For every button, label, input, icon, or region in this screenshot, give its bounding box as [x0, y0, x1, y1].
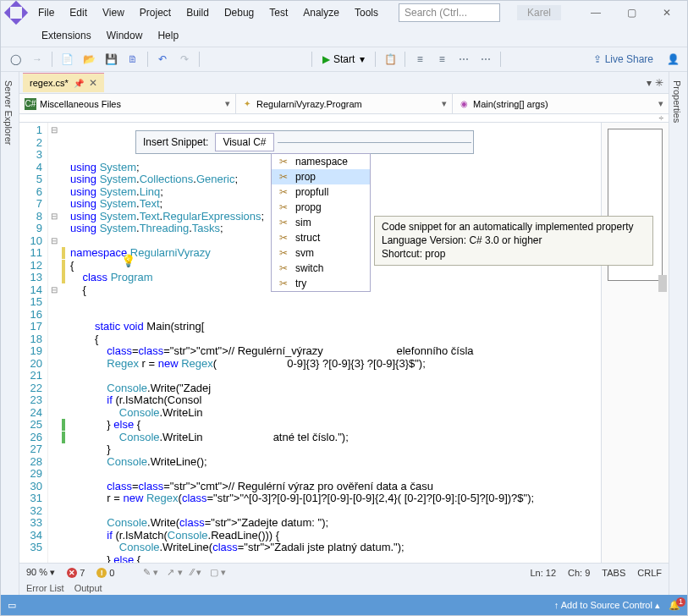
zoom-level[interactable]: 90 % ▾	[26, 567, 55, 578]
error-list-tab[interactable]: Error List	[26, 583, 64, 593]
nav-fwd-icon[interactable]: →	[28, 50, 47, 69]
chevron-down-icon: ▾	[225, 98, 230, 109]
snippet-item-struct[interactable]: ✂struct	[272, 230, 370, 245]
snippet-item-propfull[interactable]: ✂propfull	[272, 184, 370, 200]
start-button[interactable]: ▶Start▾	[317, 53, 370, 65]
line-indicator[interactable]: Ln: 12	[530, 568, 556, 578]
split-handle[interactable]: ÷	[19, 114, 669, 123]
tabs-settings-icon[interactable]: ✳	[655, 77, 663, 89]
redo-icon[interactable]: ↷	[175, 50, 194, 69]
vs-logo-icon	[4, 1, 28, 25]
main-toolbar: ◯ → 📄 📂 💾 🗎 ↶ ↷ ▶Start▾ 📋 ≡ ≡ ⋯ ⋯ ⇪Live …	[1, 47, 687, 72]
tb-box-icon[interactable]: ▢ ▾	[210, 567, 226, 578]
menu-extensions[interactable]: Extensions	[35, 26, 98, 45]
menu-file[interactable]: File	[31, 3, 61, 22]
menu-edit[interactable]: Edit	[63, 3, 94, 22]
tb-slash-icon[interactable]: ⁄⁄ ▾	[191, 567, 202, 578]
snippet-icon: ✂	[277, 278, 290, 289]
tb-comment2-icon[interactable]: ⋯	[476, 50, 495, 69]
menu-test[interactable]: Test	[262, 3, 294, 22]
change-margin	[60, 123, 67, 563]
chevron-down-icon: ▾	[658, 98, 663, 109]
user-badge[interactable]: Karel	[517, 5, 561, 20]
line-number-gutter: 1234567891011121314151617181920212223242…	[19, 123, 48, 563]
tb-comment-icon[interactable]: ⋯	[454, 50, 473, 69]
tab-label: regex.cs*	[30, 78, 69, 88]
server-explorer-tab[interactable]: Server Explorer	[1, 72, 16, 595]
menu-project[interactable]: Project	[133, 3, 178, 22]
warning-count[interactable]: !0	[96, 568, 114, 578]
search-input[interactable]: Search (Ctrl...	[399, 3, 500, 22]
nav-project-combo[interactable]: C#Miscellaneous Files▾	[19, 94, 236, 113]
live-share-button[interactable]: ⇪Live Share	[586, 53, 660, 65]
properties-tab[interactable]: Properties	[669, 72, 685, 595]
save-icon[interactable]: 💾	[102, 50, 120, 69]
pin-icon[interactable]: 📌	[74, 79, 84, 88]
snippet-crumb-csharp[interactable]: Visual C#	[215, 133, 273, 151]
titlebar: File Edit View Project Build Debug Test …	[1, 1, 687, 25]
save-all-icon[interactable]: 🗎	[124, 50, 142, 69]
menu-debug[interactable]: Debug	[217, 3, 261, 22]
snippet-item-svm[interactable]: ✂svm	[272, 245, 370, 261]
nav-method-combo[interactable]: ◉Main(string[] args)▾	[453, 94, 669, 113]
share-icon: ⇪	[593, 53, 602, 65]
class-icon: ✦	[241, 98, 253, 110]
menu-view[interactable]: View	[96, 3, 131, 22]
menu-analyze[interactable]: Analyze	[296, 3, 346, 22]
snippet-tooltip: Code snippet for an automatically implem…	[374, 216, 653, 266]
snippet-icon: ✂	[277, 217, 290, 228]
scroll-overview[interactable]	[601, 123, 669, 563]
tab-close-icon[interactable]: ✕	[89, 77, 97, 89]
class-view-tab[interactable]: Class View	[685, 72, 687, 595]
error-count[interactable]: ✕7	[67, 568, 85, 578]
open-icon[interactable]: 📂	[80, 50, 98, 69]
menu-help[interactable]: Help	[151, 26, 185, 45]
csharp-icon: C#	[25, 98, 36, 110]
lightbulb-icon[interactable]: 💡	[121, 255, 135, 267]
notifications-icon[interactable]: 🔔	[669, 600, 680, 611]
snippet-item-propg[interactable]: ✂propg	[272, 200, 370, 215]
menu-window[interactable]: Window	[100, 26, 150, 45]
close-button[interactable]: ✕	[650, 3, 684, 22]
editor-tabs: regex.cs* 📌 ✕ ▾ ✳	[19, 72, 669, 94]
undo-icon[interactable]: ↶	[153, 50, 172, 69]
tb-indent-icon[interactable]: ≡	[410, 50, 429, 69]
line-ending[interactable]: CRLF	[637, 568, 662, 578]
snippet-item-namespace[interactable]: ✂namespace	[272, 154, 370, 169]
snippet-icon: ✂	[277, 232, 290, 244]
snippet-item-switch[interactable]: ✂switch	[272, 261, 370, 276]
menu-tools[interactable]: Tools	[348, 3, 385, 22]
tabs-mode[interactable]: TABS	[602, 568, 625, 578]
account-icon[interactable]: 👤	[663, 50, 682, 69]
snippet-icon: ✂	[277, 156, 290, 168]
new-file-icon[interactable]: 📄	[58, 50, 76, 69]
insert-snippet-breadcrumb[interactable]: Insert Snippet: Visual C#	[135, 130, 474, 154]
snippet-item-sim[interactable]: ✂sim	[272, 215, 370, 230]
col-indicator[interactable]: Ch: 9	[568, 568, 590, 578]
tabs-dropdown-icon[interactable]: ▾	[647, 77, 652, 89]
nav-back-icon[interactable]: ◯	[6, 50, 25, 69]
snippet-label: Insert Snippet:	[138, 133, 213, 151]
fold-gutter[interactable]: ⊟ ⊟ ⊟ ⊟	[48, 123, 60, 563]
snippet-icon: ✂	[277, 247, 290, 259]
left-sidebar: Server Explorer Toolbox	[1, 72, 19, 595]
maximize-button[interactable]: ▢	[614, 3, 648, 22]
file-tab-regex[interactable]: regex.cs* 📌 ✕	[23, 73, 104, 92]
snippet-icon: ✂	[277, 201, 290, 213]
snippet-item-try[interactable]: ✂try	[272, 276, 370, 291]
menu-build[interactable]: Build	[179, 3, 216, 22]
snippet-item-prop[interactable]: ✂prop	[272, 169, 370, 184]
output-tab[interactable]: Output	[74, 583, 102, 593]
main-menu: File Edit View Project Build Debug Test …	[31, 3, 385, 22]
minimize-button[interactable]: —	[579, 3, 613, 22]
snippet-dropdown[interactable]: ✂namespace✂prop✂propfull✂propg✂sim✂struc…	[271, 153, 371, 292]
tb-outdent-icon[interactable]: ≡	[432, 50, 451, 69]
tb-build-icon[interactable]: 📋	[381, 50, 399, 69]
snippet-icon: ✂	[277, 186, 290, 198]
tb-arrow-icon[interactable]: ↗ ▾	[167, 567, 182, 578]
status-ready-icon: ▭	[8, 600, 16, 611]
snippet-icon: ✂	[277, 171, 290, 183]
nav-class-combo[interactable]: ✦RegularniVyrazy.Program▾	[236, 94, 453, 113]
source-control-button[interactable]: ↑ Add to Source Control ▴	[554, 600, 660, 611]
tb-pen-icon[interactable]: ✎ ▾	[143, 567, 158, 578]
